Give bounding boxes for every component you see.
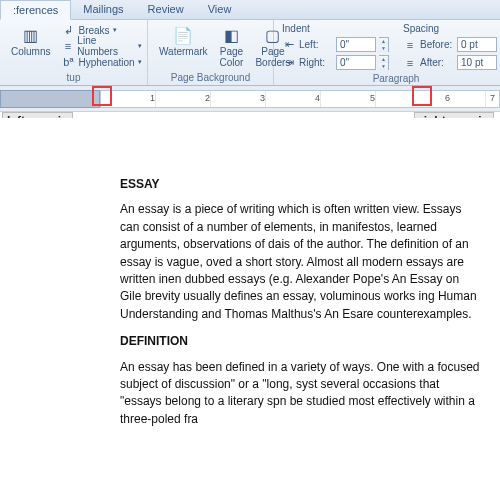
spacing-after-icon: ≡ bbox=[403, 56, 417, 70]
watermark-button[interactable]: 📄 Watermark bbox=[154, 22, 213, 60]
group-paragraph: Indent ⇤ Left: 0" ▲▼ ⇥ Right: 0" ▲▼ Spac… bbox=[274, 20, 500, 85]
indent-left-spinner[interactable]: ▲▼ bbox=[379, 37, 389, 52]
page-background-group-label: Page Background bbox=[154, 71, 267, 83]
indent-left-label: Left: bbox=[299, 39, 333, 50]
paragraph-essay: An essay is a piece of writing which is … bbox=[120, 201, 480, 323]
columns-icon: ▥ bbox=[21, 25, 41, 45]
ribbon: ▥ Columns ↲Breaks▾ ≡Line Numbers▾ bªHyph… bbox=[0, 20, 500, 86]
ruler-tick-6: 6 bbox=[445, 93, 450, 103]
page-setup-group-label: tup bbox=[6, 71, 141, 83]
spacing-before-input[interactable]: 0 pt bbox=[457, 37, 497, 52]
ruler-tick-7: 7 bbox=[490, 93, 495, 103]
heading-essay: ESSAY bbox=[120, 176, 480, 193]
heading-definition: DEFINITION bbox=[120, 333, 480, 350]
group-page-background: 📄 Watermark ◧ Page Color ▢ Page Borders … bbox=[148, 20, 274, 85]
indent-right-label: Right: bbox=[299, 57, 333, 68]
horizontal-ruler[interactable]: 1 2 3 4 5 6 7 bbox=[0, 86, 500, 112]
line-numbers-icon: ≡ bbox=[61, 39, 74, 53]
right-margin-marker bbox=[412, 86, 432, 106]
hyphenation-icon: bª bbox=[61, 55, 75, 69]
line-numbers-button[interactable]: ≡Line Numbers▾ bbox=[57, 38, 145, 54]
ruler-tick-5: 5 bbox=[370, 93, 375, 103]
hyphenation-label: Hyphenation bbox=[78, 57, 134, 68]
indent-title: Indent bbox=[282, 23, 389, 35]
ruler-tick-1: 1 bbox=[150, 93, 155, 103]
document-page: ESSAY An essay is a piece of writing whi… bbox=[0, 118, 500, 500]
ruler-tick-4: 4 bbox=[315, 93, 320, 103]
indent-right-spinner[interactable]: ▲▼ bbox=[379, 55, 389, 70]
spacing-title: Spacing bbox=[403, 23, 500, 35]
breaks-label: Breaks bbox=[78, 25, 109, 36]
page-color-label: Page Color bbox=[220, 46, 244, 68]
breaks-icon: ↲ bbox=[61, 23, 75, 37]
watermark-icon: 📄 bbox=[173, 25, 193, 45]
paragraph-definition: An essay has been defined in a variety o… bbox=[120, 359, 480, 429]
ruler-tick-2: 2 bbox=[205, 93, 210, 103]
left-margin-marker bbox=[92, 86, 112, 106]
tab-view[interactable]: View bbox=[196, 0, 244, 19]
paragraph-group-label: Paragraph bbox=[280, 72, 500, 84]
document-content[interactable]: ESSAY An essay is a piece of writing whi… bbox=[120, 168, 480, 438]
spacing-after-input[interactable]: 10 pt bbox=[457, 55, 497, 70]
indent-right-input[interactable]: 0" bbox=[336, 55, 376, 70]
tab-mailings[interactable]: Mailings bbox=[71, 0, 135, 19]
hyphenation-button[interactable]: bªHyphenation▾ bbox=[57, 54, 145, 70]
ribbon-tabs: :ferences Mailings Review View bbox=[0, 0, 500, 20]
indent-left-input[interactable]: 0" bbox=[336, 37, 376, 52]
group-page-setup: ▥ Columns ↲Breaks▾ ≡Line Numbers▾ bªHyph… bbox=[0, 20, 148, 85]
ruler-tick-3: 3 bbox=[260, 93, 265, 103]
spacing-before-icon: ≡ bbox=[403, 38, 417, 52]
spacing-before-label: Before: bbox=[420, 39, 454, 50]
tab-references[interactable]: :ferences bbox=[0, 0, 71, 20]
tab-review[interactable]: Review bbox=[136, 0, 196, 19]
indent-right-icon: ⇥ bbox=[282, 56, 296, 70]
page-color-icon: ◧ bbox=[221, 25, 241, 45]
spacing-after-label: After: bbox=[420, 57, 454, 68]
columns-button[interactable]: ▥ Columns bbox=[6, 22, 55, 60]
indent-left-icon: ⇤ bbox=[282, 38, 296, 52]
page-color-button[interactable]: ◧ Page Color bbox=[215, 22, 249, 71]
watermark-label: Watermark bbox=[159, 46, 208, 57]
columns-label: Columns bbox=[11, 46, 50, 57]
